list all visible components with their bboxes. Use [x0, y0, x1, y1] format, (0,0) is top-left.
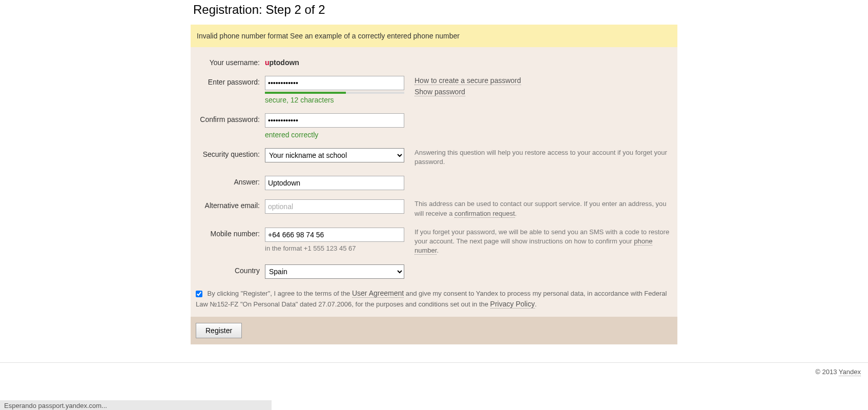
link-show-password[interactable]: Show password: [415, 88, 465, 96]
form-footer: Register: [191, 317, 677, 344]
warning-banner: Invalid phone number format See an examp…: [191, 25, 677, 47]
security-question-select[interactable]: Your nickname at school: [265, 148, 404, 162]
page-footer: © 2013 Yandex: [0, 362, 868, 381]
country-select[interactable]: Spain: [265, 264, 404, 279]
label-confirm-password: Confirm password:: [196, 113, 265, 124]
label-password: Enter password:: [196, 76, 265, 86]
help-security-question: Answering this question will help you re…: [408, 148, 672, 167]
agreement-checkbox[interactable]: [196, 291, 202, 297]
confirm-status-text: entered correctly: [265, 131, 408, 139]
label-security-question: Security question:: [196, 148, 265, 158]
username-value: uptodown: [265, 56, 408, 67]
register-button[interactable]: Register: [196, 323, 242, 338]
row-alt-email: Alternative email: This address can be u…: [191, 199, 677, 218]
label-country: Country: [196, 264, 265, 275]
link-confirmation-request[interactable]: confirmation request: [454, 210, 515, 218]
page-title: Registration: Step 2 of 2: [193, 3, 677, 17]
answer-input[interactable]: [265, 176, 404, 190]
alt-email-input[interactable]: [265, 199, 404, 214]
label-mobile: Mobile number:: [196, 228, 265, 238]
label-answer: Answer:: [196, 176, 265, 186]
link-secure-password[interactable]: How to create a secure password: [415, 76, 521, 85]
help-mobile: If you forget your password, we will be …: [408, 228, 672, 256]
link-privacy-policy[interactable]: Privacy Policy: [490, 300, 535, 309]
registration-form: Your username: uptodown Enter password: …: [191, 47, 677, 344]
row-username: Your username: uptodown: [191, 56, 677, 67]
row-confirm-password: Confirm password: entered correctly: [191, 113, 677, 139]
mobile-format-hint: in the format +1 555 123 45 67: [265, 244, 408, 252]
link-user-agreement[interactable]: User Agreement: [352, 289, 404, 298]
help-alt-email: This address can be used to contact our …: [408, 199, 672, 218]
confirm-password-input[interactable]: [265, 113, 404, 128]
password-strength-text: secure, 12 characters: [265, 96, 408, 104]
agreement-row: By clicking "Register", I agree to the t…: [191, 288, 677, 317]
row-password: Enter password: secure, 12 characters Ho…: [191, 76, 677, 104]
row-answer: Answer:: [191, 176, 677, 190]
password-input[interactable]: [265, 76, 404, 90]
label-username: Your username:: [196, 56, 265, 67]
label-alt-email: Alternative email:: [196, 199, 265, 210]
row-mobile: Mobile number: in the format +1 555 123 …: [191, 228, 677, 256]
row-country: Country Spain: [191, 264, 677, 279]
mobile-input[interactable]: [265, 228, 404, 242]
password-strength-bar: [265, 92, 404, 94]
link-yandex[interactable]: Yandex: [839, 368, 861, 376]
row-security-question: Security question: Your nickname at scho…: [191, 148, 677, 167]
